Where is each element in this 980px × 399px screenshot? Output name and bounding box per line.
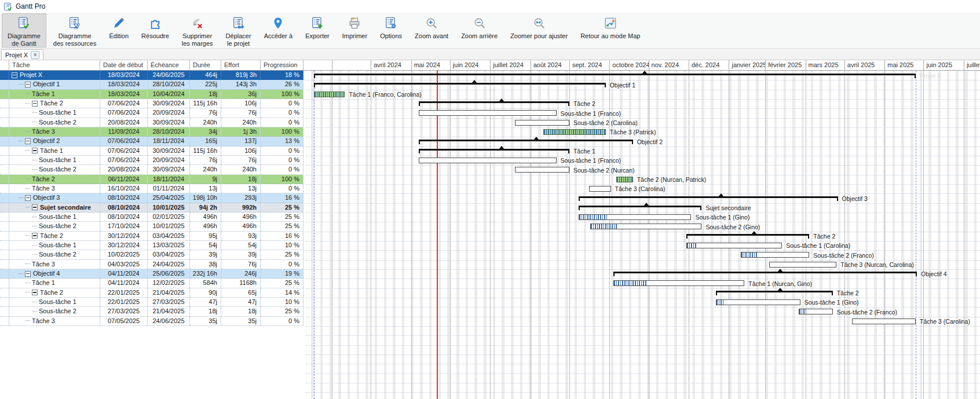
table-row[interactable]: Sous-tâche 108/10/202402/01/2025496h496h… (0, 213, 303, 222)
table-row[interactable]: Sous-tâche 107/06/202420/09/202476j76j0 … (0, 156, 303, 165)
move-project-icon (232, 17, 245, 32)
zoom-avant-button[interactable]: Zoom avant (409, 13, 454, 47)
tab-close-icon[interactable]: x (31, 51, 39, 59)
bar-label: Sous-tâche 1 (Franco) (561, 109, 621, 119)
collapse-icon[interactable] (32, 233, 38, 239)
task-bar[interactable] (852, 319, 916, 324)
task-name: Sous-tâche 2 (39, 118, 76, 127)
column-header-effort[interactable]: Effort (221, 60, 261, 70)
task-bar[interactable] (314, 91, 345, 97)
task-name: Sous-tâche 1 (39, 156, 76, 164)
summary-bar[interactable] (613, 272, 917, 279)
summary-bar[interactable] (579, 196, 838, 203)
collapse-icon[interactable] (25, 138, 31, 144)
table-row[interactable]: Sous-tâche 107/06/202420/09/202476j76j0 … (0, 108, 303, 118)
zoom-arriere-button[interactable]: Zoom arrière (455, 13, 503, 47)
task-bar[interactable] (741, 252, 810, 258)
retour-au-mode-map-button[interactable]: Retour au mode Map (575, 13, 646, 47)
table-row[interactable]: Sujet secondaire08/10/202410/01/202594j … (0, 203, 303, 213)
zoomer-pour-ajuster-button[interactable]: Zoomer pour ajuster (504, 13, 573, 47)
task-bar[interactable] (616, 177, 633, 182)
summary-bar[interactable] (716, 291, 833, 298)
exporter-button[interactable]: Exporter (299, 13, 335, 47)
start-date-cell: 11/09/2024 (100, 127, 148, 137)
summary-bar[interactable] (419, 101, 569, 108)
month-header-cell: janvier 2025 (729, 60, 765, 70)
table-row[interactable]: Tâche 311/09/202428/10/202434j1j 3h100 % (0, 127, 303, 137)
table-row[interactable]: Tâche 304/03/202524/04/202538j76j0 % (0, 260, 303, 269)
options-button[interactable]: Options (374, 13, 408, 47)
deplacer-le-projet-button[interactable]: Déplacerle projet (220, 13, 257, 47)
task-bar[interactable] (613, 280, 744, 286)
table-row[interactable]: Tâche 307/05/202524/06/202535j35j0 % (0, 317, 303, 326)
table-row[interactable]: Tâche 104/11/202412/02/2025584h1168h25 % (0, 279, 303, 288)
table-row[interactable]: Sous-tâche 217/10/202410/01/2025496h496h… (0, 222, 303, 231)
resoudre-button[interactable]: Résoudre (136, 13, 175, 47)
task-bar[interactable] (769, 262, 836, 268)
table-row[interactable]: Sous-tâche 220/08/202430/09/2024240h240h… (0, 165, 303, 174)
collapse-icon[interactable] (25, 82, 31, 87)
task-bar[interactable] (419, 158, 556, 163)
progress-cell: 25 % (261, 279, 303, 288)
table-row[interactable]: Tâche 222/01/202521/04/202590j65j14 % (0, 288, 303, 298)
task-bar[interactable] (419, 110, 556, 116)
table-row[interactable]: Tâche 207/06/202430/09/2024115j 16h106j0… (0, 99, 303, 108)
task-bar[interactable] (716, 299, 800, 305)
imprimer-button[interactable]: Imprimer (337, 13, 373, 47)
acceder-a-button[interactable]: Accéder à (258, 13, 299, 47)
collapse-icon[interactable] (32, 148, 38, 153)
task-bar[interactable] (543, 129, 606, 135)
table-row[interactable]: Tâche 206/11/202418/11/20249j18j100 % (0, 175, 303, 184)
table-row[interactable]: Objectif 207/06/202418/11/2024165j137j13… (0, 137, 303, 146)
table-row[interactable]: Sous-tâche 220/08/202430/09/2024240h240h… (0, 118, 303, 127)
table-row[interactable]: Objectif 404/11/202425/06/2025232j 16h24… (0, 269, 303, 279)
summary-bar[interactable] (314, 74, 916, 80)
column-header-progression[interactable]: Progression (261, 60, 303, 70)
table-row[interactable]: Sous-tâche 130/12/202413/03/202554j54j10… (0, 241, 303, 250)
table-row[interactable]: Tâche 118/03/202410/04/202418j36j100 % (0, 90, 303, 99)
column-header-t-che[interactable]: Tâche (9, 60, 100, 70)
gantt-chart-area[interactable]: Projet XObjectif 1Tâche 1 (Franco, Carol… (306, 71, 980, 399)
task-bar[interactable] (799, 309, 832, 314)
collapse-icon[interactable] (25, 271, 31, 277)
task-bar[interactable] (515, 120, 569, 126)
task-bar[interactable] (589, 186, 611, 192)
task-bar[interactable] (579, 214, 692, 220)
weekend-band (965, 71, 967, 399)
table-row[interactable]: Tâche 230/12/202403/04/202595j93j16 % (0, 232, 303, 241)
table-row[interactable]: Objectif 308/10/202425/04/2025198j 10h29… (0, 193, 303, 203)
supprimer-les-marges-button[interactable]: Supprimerles marges (176, 13, 219, 47)
month-header-cell: sept. 2024 (569, 60, 609, 70)
table-row[interactable]: Sous-tâche 210/02/202503/04/202539j39j25… (0, 250, 303, 259)
column-header-dur-e[interactable]: Durée (190, 60, 221, 70)
summary-bar[interactable] (314, 83, 606, 90)
summary-bar[interactable] (419, 140, 633, 147)
summary-bar[interactable] (686, 234, 810, 241)
table-row[interactable]: Objectif 118/03/202428/10/2024225j143j 3… (0, 80, 303, 89)
bar-label: Sous-tâche 2 (Nurcan) (573, 166, 635, 175)
edition-button[interactable]: Édition (103, 13, 134, 47)
task-bar[interactable] (686, 243, 782, 248)
row-selector-header[interactable] (0, 60, 9, 70)
task-name: Tâche 3 (32, 184, 55, 193)
collapse-icon[interactable] (32, 204, 38, 210)
column-header-date-de-d-but[interactable]: Date de début (100, 60, 148, 70)
task-bar[interactable] (590, 224, 702, 229)
collapse-icon[interactable] (32, 101, 38, 107)
summary-bar[interactable] (419, 149, 569, 156)
table-row[interactable]: Sous-tâche 227/03/202521/04/202518j18j25… (0, 307, 303, 316)
collapse-icon[interactable] (32, 290, 38, 295)
table-row[interactable]: Sous-tâche 122/01/202527/03/202547j47j10… (0, 298, 303, 307)
collapse-icon[interactable] (12, 72, 17, 78)
task-bar[interactable] (515, 167, 569, 173)
column-header--ch-ance[interactable]: Échéance (148, 60, 190, 70)
effort-cell: 54j (221, 241, 261, 250)
tab-projet-x[interactable]: Projet X x (1, 49, 43, 60)
diagramme-de-gantt-button[interactable]: Diagrammede Gantt (2, 13, 46, 47)
summary-bar[interactable] (579, 206, 702, 213)
table-row[interactable]: Projet X18/03/202424/06/2025464j819j 3h1… (0, 71, 303, 80)
table-row[interactable]: Tâche 316/10/202401/11/202413j13j0 % (0, 184, 303, 193)
table-row[interactable]: Tâche 107/06/202430/09/2024115j 16h106j0… (0, 147, 303, 156)
collapse-icon[interactable] (25, 195, 31, 201)
diagramme-ressources-button[interactable]: Diagrammedes ressources (47, 13, 103, 47)
